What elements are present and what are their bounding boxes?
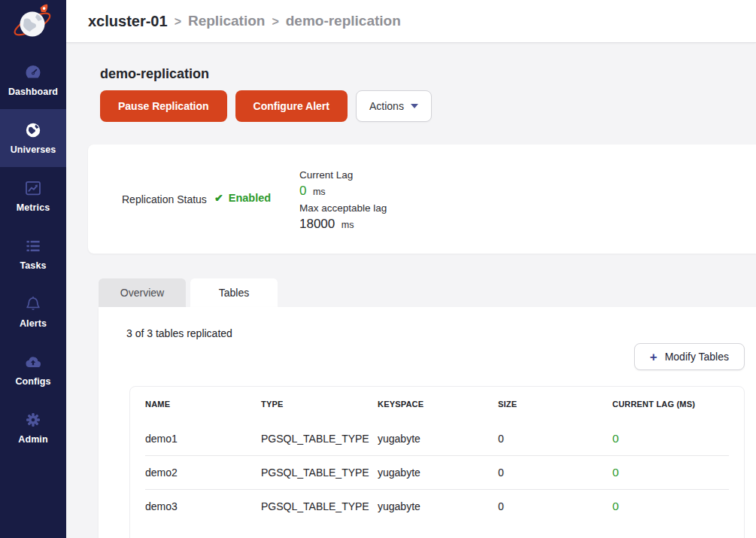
tab-tables[interactable]: Tables xyxy=(190,278,278,307)
column-header-current-lag: CURRENT LAG (MS) xyxy=(612,400,729,409)
cell-size: 0 xyxy=(498,500,612,512)
pause-replication-button[interactable]: Pause Replication xyxy=(100,90,227,122)
max-lag-unit: ms xyxy=(342,220,354,230)
globe-rocket-logo-icon xyxy=(12,2,54,41)
sidebar-item-label: Dashboard xyxy=(8,87,58,97)
sidebar-item-label: Admin xyxy=(18,434,47,445)
sidebar-item-admin[interactable]: Admin xyxy=(0,399,66,457)
metrics-chart-icon xyxy=(24,179,42,197)
cell-current-lag: 0 xyxy=(612,432,729,445)
tables-tab-content: 3 of 3 tables replicated + Modify Tables… xyxy=(99,307,756,538)
actions-dropdown-label: Actions xyxy=(369,100,404,112)
actions-dropdown-button[interactable]: Actions xyxy=(356,90,432,122)
sidebar-item-tasks[interactable]: Tasks xyxy=(0,225,66,283)
sidebar-item-dashboard[interactable]: Dashboard xyxy=(0,51,66,109)
status-badge: ✔ Enabled xyxy=(214,192,271,204)
table-row[interactable]: demo2 PGSQL_TABLE_TYPE yugabyte 0 0 xyxy=(145,455,729,489)
plus-icon: + xyxy=(650,351,657,363)
tab-overview[interactable]: Overview xyxy=(99,278,186,307)
table-row[interactable]: demo1 PGSQL_TABLE_TYPE yugabyte 0 0 xyxy=(145,421,729,455)
breadcrumb-bar: xcluster-01 > Replication > demo-replica… xyxy=(66,0,756,43)
cell-current-lag: 0 xyxy=(612,500,729,513)
table-header-row: NAME TYPE KEYSPACE SIZE CURRENT LAG (MS) xyxy=(145,387,729,421)
sidebar-item-label: Configs xyxy=(15,376,50,387)
column-header-name: NAME xyxy=(145,400,261,409)
sidebar: Dashboard Universes Metrics xyxy=(0,0,66,538)
breadcrumb-section-link[interactable]: Replication xyxy=(188,13,265,29)
configs-cloud-icon xyxy=(24,353,42,371)
max-lag-value-row: 18000 ms xyxy=(299,216,387,233)
breadcrumb-current: demo-replication xyxy=(286,13,401,29)
column-header-size: SIZE xyxy=(498,400,612,409)
table-row[interactable]: demo3 PGSQL_TABLE_TYPE yugabyte 0 0 xyxy=(145,489,729,523)
sidebar-item-alerts[interactable]: Alerts xyxy=(0,283,66,341)
cell-size: 0 xyxy=(498,433,612,445)
cell-keyspace: yugabyte xyxy=(378,433,498,445)
current-lag-unit: ms xyxy=(313,187,326,197)
action-button-row: Pause Replication Configure Alert Action… xyxy=(100,90,432,122)
main-content: demo-replication Pause Replication Confi… xyxy=(66,43,756,538)
breadcrumb-universe-link[interactable]: xcluster-01 xyxy=(88,13,168,30)
sidebar-nav: Dashboard Universes Metrics xyxy=(0,43,66,457)
sidebar-item-label: Alerts xyxy=(20,318,47,329)
current-lag-value: 0 xyxy=(299,184,306,198)
sidebar-item-universes[interactable]: Universes xyxy=(0,109,66,167)
column-header-keyspace: KEYSPACE xyxy=(378,400,498,409)
tasks-list-icon xyxy=(24,237,42,255)
alerts-bell-icon xyxy=(24,295,42,313)
sidebar-item-metrics[interactable]: Metrics xyxy=(0,167,66,225)
cell-keyspace: yugabyte xyxy=(378,500,498,512)
current-lag-label: Current Lag xyxy=(299,167,387,183)
admin-gear-icon xyxy=(24,411,42,429)
universe-globe-icon xyxy=(24,121,42,139)
yugabyte-logo[interactable] xyxy=(0,0,66,43)
check-icon: ✔ xyxy=(214,192,223,204)
sidebar-item-label: Universes xyxy=(11,144,56,155)
modify-tables-label: Modify Tables xyxy=(665,351,729,363)
chevron-right-icon: > xyxy=(175,15,181,29)
cell-type: PGSQL_TABLE_TYPE xyxy=(261,467,378,479)
cell-keyspace: yugabyte xyxy=(378,467,498,479)
status-enabled-text: Enabled xyxy=(229,192,271,204)
chevron-right-icon: > xyxy=(272,15,278,29)
cell-type: PGSQL_TABLE_TYPE xyxy=(261,433,378,445)
max-lag-label: Max acceptable lag xyxy=(299,200,387,216)
cell-name: demo1 xyxy=(145,433,261,445)
replication-status-label: Replication Status xyxy=(122,193,207,205)
page-title: demo-replication xyxy=(100,66,209,82)
caret-down-icon xyxy=(411,104,418,108)
tables-replicated-summary: 3 of 3 tables replicated xyxy=(126,327,232,339)
replicated-tables-table: NAME TYPE KEYSPACE SIZE CURRENT LAG (MS)… xyxy=(129,386,745,538)
tab-bar: Overview Tables xyxy=(99,278,278,307)
column-header-type: TYPE xyxy=(261,400,378,409)
replication-status-panel: Replication Status ✔ Enabled Current Lag… xyxy=(88,144,756,254)
cell-type: PGSQL_TABLE_TYPE xyxy=(261,500,378,512)
configure-alert-button[interactable]: Configure Alert xyxy=(235,90,348,122)
cell-size: 0 xyxy=(498,467,612,479)
cell-name: demo2 xyxy=(145,467,261,479)
sidebar-item-label: Metrics xyxy=(17,202,50,213)
cell-current-lag: 0 xyxy=(612,466,729,479)
sidebar-item-configs[interactable]: Configs xyxy=(0,341,66,399)
dashboard-gauge-icon xyxy=(24,63,42,81)
sidebar-item-label: Tasks xyxy=(20,260,46,271)
current-lag-value-row: 0 ms xyxy=(299,183,387,200)
lag-info-block: Current Lag 0 ms Max acceptable lag 1800… xyxy=(299,167,387,233)
cell-name: demo3 xyxy=(145,500,261,512)
max-lag-value: 18000 xyxy=(299,217,335,231)
modify-tables-button[interactable]: + Modify Tables xyxy=(634,343,745,370)
